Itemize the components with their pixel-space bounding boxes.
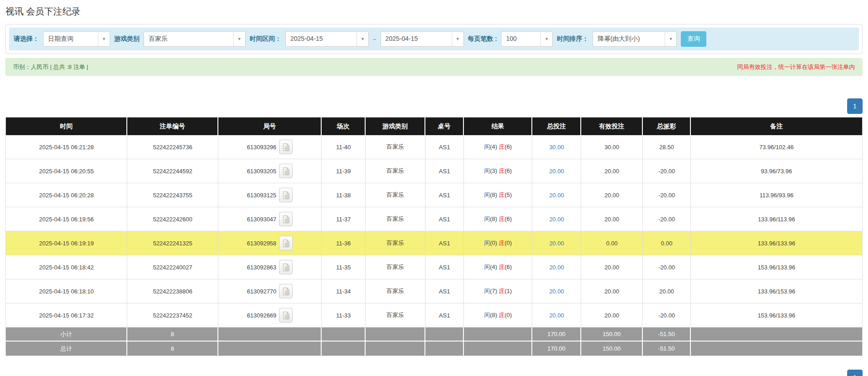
- cell-game: 百家乐: [366, 159, 425, 183]
- table-row: 2025-04-15 06:17:32522422237452613092669…: [6, 303, 862, 327]
- cell-total-bet: 20.00: [532, 159, 581, 183]
- total-bet-link[interactable]: 20.00: [549, 168, 564, 175]
- page: 视讯 会员下注纪录 请选择： 日期查询 ▼ 游戏类别 百家乐 ▼ 时间区间： 2…: [0, 0, 868, 356]
- sort-order-select[interactable]: 降幂(由大到小) ▼: [593, 31, 677, 47]
- page-1-button-bottom[interactable]: 1: [847, 370, 863, 376]
- video-replay-button[interactable]: [279, 164, 293, 178]
- result-banker-score: (6): [505, 264, 512, 270]
- cell-total-bet: 20.00: [532, 279, 581, 303]
- pagination-top: 1: [5, 98, 863, 114]
- footer-empty-game: [366, 342, 425, 356]
- cell-remark: 73.96/102.46: [691, 135, 862, 159]
- date-to-value: 2025-04-15: [381, 32, 452, 46]
- tilde-separator: ~: [373, 36, 376, 43]
- cell-table-no: AS1: [425, 135, 464, 159]
- footer-empty-result: [464, 327, 532, 342]
- cell-game: 百家乐: [366, 303, 425, 327]
- cell-session: 11-33: [322, 303, 365, 327]
- column-header: 备注: [691, 117, 862, 135]
- chevron-down-icon[interactable]: ▼: [540, 32, 552, 46]
- video-replay-button[interactable]: [279, 188, 293, 202]
- table-row: 2025-04-15 06:18:10522422238806613092770…: [6, 279, 862, 303]
- result-banker-score: (6): [505, 143, 512, 150]
- chevron-down-icon[interactable]: ▼: [452, 32, 463, 46]
- bet-records-table: 时间注单编号局号场次游戏类别桌号结果总投注有效投注总派彩备注 2025-04-1…: [5, 117, 863, 356]
- cell-table-no: AS1: [425, 207, 464, 231]
- cell-table-no: AS1: [425, 255, 464, 279]
- footer-count: 8: [127, 342, 218, 356]
- date-from-select[interactable]: 2025-04-15 ▼: [285, 31, 369, 47]
- result-banker: 庄: [499, 239, 505, 246]
- column-header: 局号: [218, 117, 322, 135]
- video-replay-button[interactable]: [279, 236, 293, 250]
- chevron-down-icon[interactable]: ▼: [98, 32, 110, 46]
- cell-session: 11-39: [322, 159, 365, 183]
- total-bet-link[interactable]: 20.00: [549, 216, 564, 223]
- video-replay-button[interactable]: [279, 212, 293, 226]
- result-banker-score: (5): [505, 191, 512, 198]
- total-bet-link[interactable]: 20.00: [549, 312, 564, 319]
- column-header: 有效投注: [581, 117, 643, 135]
- cell-time: 2025-04-15 06:18:10: [6, 279, 127, 303]
- table-row: 2025-04-15 06:20:28522422243755613093125…: [6, 183, 862, 207]
- cell-time: 2025-04-15 06:18:42: [6, 255, 127, 279]
- search-button[interactable]: 查询: [681, 31, 706, 47]
- date-to-select[interactable]: 2025-04-15 ▼: [381, 31, 464, 47]
- total-bet-link[interactable]: 20.00: [549, 264, 564, 271]
- video-replay-button[interactable]: [279, 308, 293, 322]
- cell-time: 2025-04-15 06:19:19: [6, 231, 127, 255]
- cell-bet-id: 522422241325: [127, 231, 218, 255]
- video-file-icon: [282, 191, 290, 200]
- query-type-select[interactable]: 日期查询 ▼: [43, 31, 110, 47]
- summary-bar: 币别：人民币 | 总共 :8 注单 | 同局有效投注，统一计算在该局第一张注单内: [5, 58, 863, 76]
- video-replay-button[interactable]: [279, 284, 293, 298]
- result-banker: 庄: [499, 288, 505, 294]
- result-player-score: (8): [490, 215, 499, 222]
- cell-payout: 20.00: [643, 279, 691, 303]
- cell-session: 11-40: [322, 135, 365, 159]
- footer-label: 总计: [6, 342, 127, 356]
- cell-session: 11-35: [322, 255, 365, 279]
- cell-round-id: 613093205: [218, 159, 322, 183]
- video-replay-button[interactable]: [279, 140, 293, 154]
- result-player: 闲: [484, 288, 490, 294]
- game-category-select[interactable]: 百家乐 ▼: [144, 31, 246, 47]
- video-replay-button[interactable]: [279, 260, 293, 274]
- cell-time: 2025-04-15 06:21:28: [6, 135, 127, 159]
- total-bet-link[interactable]: 20.00: [549, 240, 564, 247]
- cell-valid-bet: 20.00: [581, 159, 643, 183]
- cell-total-bet: 20.00: [532, 183, 581, 207]
- cell-bet-id: 522422237452: [127, 303, 218, 327]
- chevron-down-icon[interactable]: ▼: [665, 32, 676, 46]
- total-bet-link[interactable]: 30.00: [549, 144, 564, 151]
- cell-remark: 93.96/73.96: [691, 159, 862, 183]
- round-id-group: 613093125: [247, 188, 293, 202]
- game-category-label: 游戏类别: [114, 35, 140, 43]
- cell-bet-id: 522422238806: [127, 279, 218, 303]
- date-from-value: 2025-04-15: [286, 32, 357, 46]
- cell-payout: 0.00: [643, 231, 691, 255]
- result-banker-score: (0): [505, 312, 512, 318]
- page-size-value: 100: [502, 32, 540, 46]
- cell-result: 闲(8) 庄(0): [464, 303, 532, 327]
- result-player: 闲: [484, 215, 490, 222]
- cell-time: 2025-04-15 06:19:56: [6, 207, 127, 231]
- cell-session: 11-37: [322, 207, 365, 231]
- round-id-group: 613092669: [247, 308, 293, 322]
- query-type-label: 请选择：: [14, 35, 39, 43]
- cell-game: 百家乐: [366, 255, 425, 279]
- footer-empty-session: [322, 327, 365, 342]
- cell-remark: 133.96/113.96: [691, 207, 862, 231]
- chevron-down-icon[interactable]: ▼: [357, 32, 368, 46]
- video-file-icon: [282, 287, 290, 296]
- column-header: 总派彩: [643, 117, 691, 135]
- page-1-button[interactable]: 1: [847, 98, 863, 114]
- total-bet-link[interactable]: 20.00: [549, 192, 564, 199]
- total-bet-link[interactable]: 20.00: [549, 288, 564, 295]
- table-row: 2025-04-15 06:21:28522422245736613093296…: [6, 135, 862, 159]
- footer-empty-session: [322, 342, 365, 356]
- page-size-select[interactable]: 100 ▼: [501, 31, 553, 47]
- cell-game: 百家乐: [366, 207, 425, 231]
- cell-valid-bet: 20.00: [581, 207, 643, 231]
- chevron-down-icon[interactable]: ▼: [233, 32, 245, 46]
